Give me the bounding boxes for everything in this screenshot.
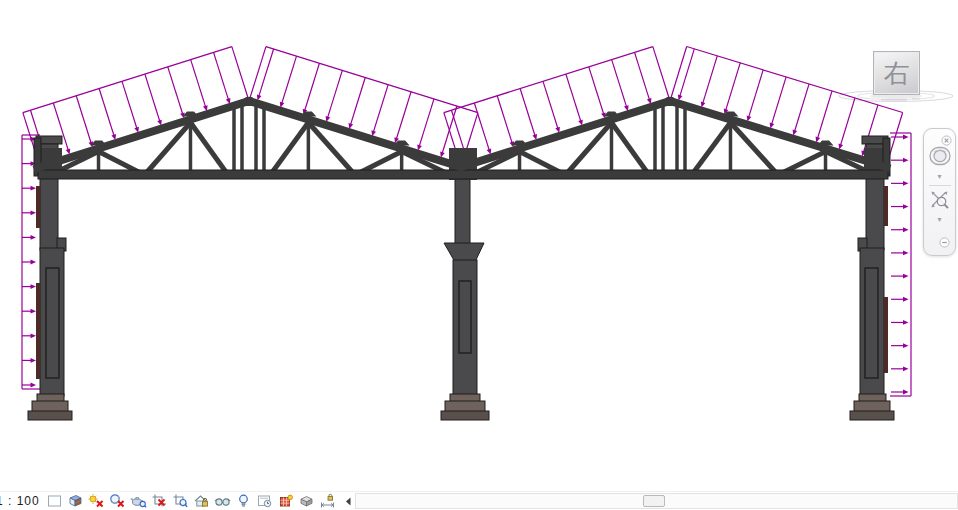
view-control-bar: 1 : 100	[0, 491, 958, 510]
viewcube[interactable]: 右	[873, 51, 920, 95]
navbar-divider	[929, 185, 951, 186]
zoom-menu-arrow-icon[interactable]: ▾	[937, 216, 941, 224]
view-scale-button[interactable]: 1 : 100	[0, 494, 46, 508]
horizontal-scrollbar[interactable]	[355, 493, 958, 509]
unlocked-3d-view-icon[interactable]	[193, 493, 210, 509]
scrollbar-thumb[interactable]	[643, 495, 665, 507]
zoom-icon[interactable]	[929, 189, 950, 214]
reveal-hidden-elements-icon[interactable]	[235, 493, 252, 509]
visual-style-icon[interactable]	[67, 493, 84, 509]
reveal-constraints-icon[interactable]	[319, 493, 336, 509]
viewcube-face-label: 右	[884, 60, 910, 86]
steering-wheel-menu-arrow-icon[interactable]: ▾	[937, 173, 941, 181]
navigation-bar: ▾ ▾	[923, 128, 956, 256]
show-rendering-dialog-icon[interactable]	[130, 493, 147, 509]
scrollbar-left-arrow[interactable]	[342, 494, 355, 509]
navbar-minimize-icon[interactable]	[939, 234, 950, 252]
sun-path-icon[interactable]	[88, 493, 105, 509]
roof-trusses[interactable]	[34, 97, 890, 180]
structural-elevation-drawing	[0, 0, 958, 492]
show-crop-region-icon[interactable]	[172, 493, 189, 509]
detail-level-icon[interactable]	[46, 493, 63, 509]
highlight-displacement-sets-icon[interactable]	[298, 493, 315, 509]
navbar-close-icon[interactable]	[941, 132, 952, 150]
drawing-canvas[interactable]: 右 ▾ ▾	[0, 0, 958, 492]
shadows-icon[interactable]	[109, 493, 126, 509]
temporary-view-properties-icon[interactable]	[256, 493, 273, 509]
show-analytical-model-icon[interactable]	[277, 493, 294, 509]
crop-view-icon[interactable]	[151, 493, 168, 509]
temporary-hide-isolate-icon[interactable]	[214, 493, 231, 509]
